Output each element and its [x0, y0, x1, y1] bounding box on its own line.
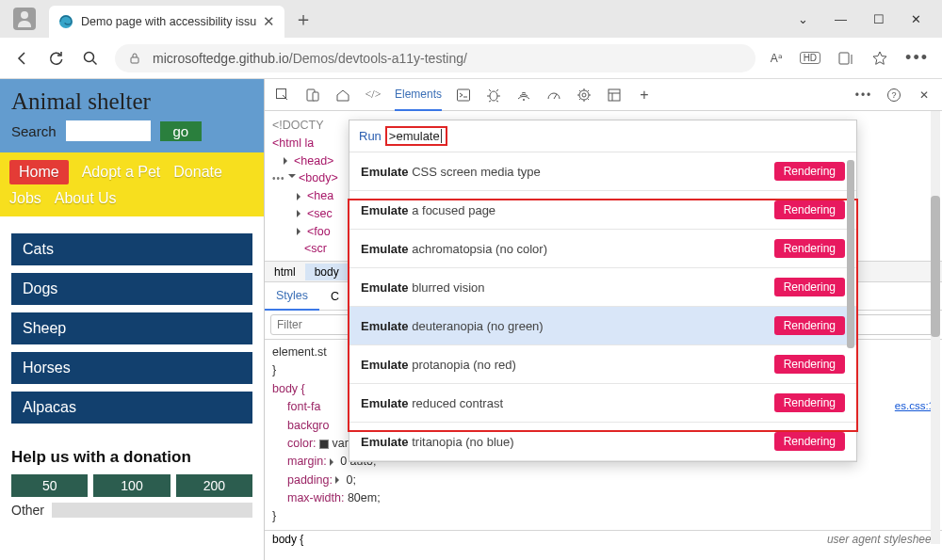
close-button[interactable]: ✕ [911, 12, 921, 26]
run-label: Run [359, 129, 382, 143]
favorite-icon[interactable] [871, 50, 888, 67]
command-row[interactable]: Emulate a focused pageRendering [349, 191, 856, 230]
devtools-more-icon[interactable]: ••• [855, 87, 872, 104]
nav-home[interactable]: Home [9, 160, 69, 184]
site-header: Animal shelter Search go [0, 79, 264, 152]
svg-rect-7 [458, 89, 470, 101]
search-input[interactable] [66, 120, 151, 141]
edge-icon [58, 14, 73, 29]
cat-alpacas[interactable]: Alpacas [11, 392, 252, 424]
rendering-badge: Rendering [774, 432, 845, 451]
svg-text:?: ? [891, 90, 896, 100]
svg-point-8 [490, 91, 497, 101]
reader-mode-icon[interactable]: Aᵃ [771, 52, 783, 65]
crumb-body[interactable]: body [305, 264, 349, 280]
source-link[interactable]: es.css:1 [895, 398, 934, 415]
app-icon[interactable] [606, 87, 623, 104]
sources-icon[interactable]: </> [365, 87, 382, 104]
cat-sheep[interactable]: Sheep [11, 312, 252, 344]
user-agent-row: body { user agent stylesheet [265, 530, 942, 549]
go-button[interactable]: go [160, 121, 203, 141]
amt-200[interactable]: 200 [176, 474, 252, 497]
command-row[interactable]: Emulate deuteranopia (no green)Rendering [349, 307, 856, 345]
search-icon[interactable] [81, 49, 100, 68]
amt-50[interactable]: 50 [11, 474, 88, 497]
uas-selector: body { [272, 533, 303, 546]
more-icon[interactable]: ••• [905, 48, 929, 68]
browser-tab[interactable]: Demo page with accessibility issu ✕ [49, 6, 284, 38]
address-bar[interactable]: microsoftedge.github.io/Demos/devtools-a… [115, 44, 755, 72]
nav-donate[interactable]: Donate [173, 164, 222, 181]
hd-icon[interactable]: HD [800, 52, 820, 64]
rendering-badge: Rendering [774, 162, 845, 181]
bug-icon[interactable] [485, 87, 502, 104]
memory-icon[interactable] [576, 87, 593, 104]
command-menu: Run >emulate Emulate CSS screen media ty… [349, 120, 857, 462]
rendering-badge: Rendering [774, 316, 845, 335]
command-row[interactable]: Emulate achromatopsia (no color)Renderin… [349, 230, 856, 268]
command-row[interactable]: Emulate CSS screen media typeRendering [349, 152, 856, 191]
network-icon[interactable] [515, 87, 532, 104]
other-input[interactable] [52, 503, 252, 518]
maximize-button[interactable]: ☐ [873, 12, 885, 26]
nav-jobs[interactable]: Jobs [9, 190, 41, 207]
refresh-button[interactable] [47, 49, 66, 68]
crumb-html[interactable]: html [265, 264, 305, 280]
donation-heading: Help us with a donation [11, 448, 252, 467]
amt-100[interactable]: 100 [93, 474, 170, 497]
command-row[interactable]: Emulate blurred visionRendering [349, 268, 856, 307]
devtools-close-icon[interactable]: ✕ [916, 87, 933, 104]
tab-close-icon[interactable]: ✕ [263, 13, 275, 30]
welcome-icon[interactable] [334, 87, 351, 104]
command-input[interactable]: >emulate [385, 126, 447, 146]
cat-dogs[interactable]: Dogs [11, 273, 252, 305]
rendering-badge: Rendering [774, 278, 845, 296]
rendering-badge: Rendering [774, 239, 845, 258]
back-button[interactable] [13, 49, 32, 68]
tab-computed[interactable]: C [319, 286, 350, 307]
svg-point-0 [59, 15, 73, 28]
window-buttons: ⌄ — ☐ ✕ [798, 12, 942, 26]
command-row[interactable]: Emulate protanopia (no red)Rendering [349, 345, 856, 384]
tab-elements[interactable]: Elements [395, 79, 442, 111]
search-label: Search [11, 123, 57, 139]
titlebar: Demo page with accessibility issu ✕ ＋ ⌄ … [0, 0, 942, 38]
url-host: microsoftedge.github.io [153, 51, 289, 66]
svg-rect-2 [131, 57, 138, 63]
svg-point-1 [85, 52, 94, 61]
other-label: Other [11, 503, 44, 518]
plus-icon[interactable]: + [636, 87, 653, 104]
rendering-badge: Rendering [774, 393, 845, 412]
perf-icon[interactable] [545, 87, 562, 104]
device-icon[interactable] [304, 87, 321, 104]
tab-title: Demo page with accessibility issu [81, 15, 256, 28]
rendering-badge: Rendering [774, 200, 845, 219]
devtools-tabs: </> Elements + ••• ? ✕ [265, 79, 942, 111]
devtools-scrollbar[interactable] [931, 111, 940, 544]
help-icon[interactable]: ? [885, 87, 902, 104]
collections-icon[interactable] [837, 50, 854, 67]
svg-point-9 [523, 99, 525, 101]
minimize-button[interactable]: — [835, 12, 847, 26]
inspect-icon[interactable] [274, 87, 291, 104]
nav-about[interactable]: About Us [55, 190, 117, 207]
cat-horses[interactable]: Horses [11, 352, 252, 384]
new-tab-button[interactable]: ＋ [294, 7, 313, 32]
cat-cats[interactable]: Cats [11, 233, 252, 265]
site-title: Animal shelter [11, 88, 252, 115]
rendering-badge: Rendering [774, 355, 845, 374]
url-path: /Demos/devtools-a11y-testing/ [289, 51, 467, 66]
chevron-down-icon[interactable]: ⌄ [798, 12, 808, 26]
command-input-row: Run >emulate [349, 120, 856, 152]
uas-label: user agent stylesheet [827, 533, 934, 546]
site-nav: ••• Home Adopt a Pet Donate Jobs About U… [0, 152, 264, 216]
command-row[interactable]: Emulate reduced contrastRendering [349, 384, 856, 423]
command-row[interactable]: Emulate tritanopia (no blue)Rendering [349, 423, 856, 461]
console-icon[interactable] [455, 87, 472, 104]
profile-avatar[interactable] [13, 8, 36, 30]
nav-adopt[interactable]: Adopt a Pet [82, 164, 161, 181]
tab-styles[interactable]: Styles [265, 282, 319, 311]
page-body: Animal shelter Search go ••• Home Adopt … [0, 79, 264, 560]
lock-icon [128, 52, 141, 65]
command-list: Emulate CSS screen media typeRenderingEm… [349, 152, 856, 461]
